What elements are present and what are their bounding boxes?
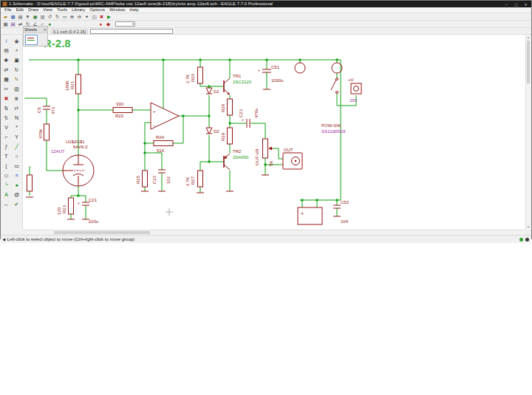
smash-icon[interactable]: * [13,123,21,132]
dimension-icon[interactable]: ↔ [2,199,11,209]
menu-item[interactable]: Window [107,7,127,13]
menu-item[interactable]: Options [87,7,107,13]
mark-icon[interactable]: + [13,46,21,55]
add-icon[interactable]: ⊕ [13,94,21,103]
minimize-button[interactable]: – [502,1,511,7]
close-button[interactable]: ✕ [522,1,530,7]
undo-icon[interactable]: ↺ [47,14,53,20]
mirror-icon[interactable]: ⇄ [2,65,11,75]
r27-val-label: 2.7K [185,177,190,186]
command-input[interactable] [90,29,173,34]
go-icon[interactable]: ▶ [106,14,112,20]
switch-lever [331,80,336,90]
zoom-redraw-icon[interactable]: ✦ [83,14,90,20]
pinswap-icon[interactable]: ⇅ [2,103,11,113]
c9-val-label: 473 [51,106,55,114]
net-icon[interactable]: └ [2,180,11,190]
text-icon[interactable]: T [2,151,11,161]
horizontal-scrollbar[interactable] [23,230,526,235]
rotate-icon[interactable]: ↻ [13,65,21,75]
miter-icon[interactable]: ⌐ [2,132,11,142]
c51-ref-label: C51 [271,65,280,69]
tube-cathode [73,174,83,176]
gateswap-icon[interactable]: ⇅ [2,113,11,123]
close-icon[interactable]: ✕ [44,27,47,32]
copy-icon[interactable]: ▣ [13,55,21,65]
redo-icon[interactable]: ↻ [54,14,61,20]
menu-item[interactable]: Help [127,7,140,13]
library-icon[interactable]: ▥ [39,14,46,20]
c22-val-label: 102 [166,176,171,184]
show-icon[interactable]: ◉ [13,36,21,46]
out-ref-label: OUT [284,148,293,152]
menu-item[interactable]: Edit [14,7,26,13]
sheet-thumbnail[interactable] [25,35,38,45]
horizontal-scroll-thumb[interactable] [54,231,150,234]
status-info-icon[interactable] [525,238,529,241]
command-bar: 0.1 inch (0.4 2.15) [1,28,531,35]
scroll-up-icon[interactable]: ▲ [526,35,531,39]
invoke-icon[interactable]: ƒ [2,142,11,151]
arc-icon[interactable]: ( [2,161,11,171]
display-icon[interactable]: ▤ [2,46,11,55]
paste-icon[interactable]: ▥ [13,84,21,94]
layer-settings-icon[interactable]: ▤ [10,21,16,27]
d1-ref-label: D1 [214,89,219,94]
value-icon[interactable]: V [2,123,11,132]
export-image-icon[interactable]: ▼ [24,14,31,20]
zoom-in-icon[interactable]: ⊕ [69,14,75,20]
print-icon[interactable]: ▤ [17,14,24,20]
polygon-icon[interactable]: ◇ [2,171,11,180]
board-editor-icon[interactable]: ▣ [32,14,38,20]
supply-ref-label: +V [348,78,354,82]
menu-item[interactable]: Draw [26,7,41,13]
open-icon[interactable]: ▰ [2,14,9,20]
zoom-out-icon[interactable]: ⊖ [76,14,83,20]
menu-item[interactable]: Library [69,7,87,13]
erc-icon[interactable]: ✔ [13,199,21,209]
zoom-select-icon[interactable]: ◫ [91,14,98,20]
resistor-r25 [143,171,148,187]
grid-icon[interactable]: ▦ [2,21,9,27]
menu-item[interactable]: Tools [55,7,69,13]
desktop: 1 Schematic - D:\tool\EAGLE-7.7.0\good-p… [0,0,532,395]
c23-plus-mark: + [242,117,244,122]
circle-icon[interactable]: ○ [13,151,21,161]
bus-icon[interactable]: ≡ [13,171,21,180]
delete-icon[interactable]: ✖ [2,94,11,103]
vertical-scrollbar[interactable]: ▲ ▼ [525,35,531,230]
scroll-down-icon[interactable]: ▼ [526,225,531,229]
resistor-r28 [228,99,233,115]
d2-ref-label: D2 [214,129,219,134]
supply-pin-circle [354,86,359,92]
menu-item[interactable]: File [2,7,14,13]
potentiometer-outvr [263,139,268,158]
stop-icon[interactable]: ✖ [98,14,105,20]
rect-icon[interactable]: ▭ [13,161,21,171]
erc-errors-icon[interactable]: ● [98,21,104,27]
drc-icon[interactable]: ◆ [105,21,112,27]
sheets-panel-header[interactable]: Sheets ✕ [24,27,47,33]
wire-icon[interactable]: ╱ [13,142,21,151]
vertical-scroll-thumb[interactable] [527,41,530,83]
transistor-tr2-legs [224,154,230,170]
param-dropdown[interactable]: ▾ [115,21,135,27]
save-icon[interactable]: ▦ [10,14,16,20]
change-icon[interactable]: ✎ [13,75,21,84]
replace-icon[interactable]: ⇄ [13,103,21,113]
cut-icon[interactable]: ✂ [2,84,11,94]
split-icon[interactable]: Y [13,132,21,142]
label-icon[interactable]: A [2,190,11,199]
transistor-tr1-legs [224,78,230,95]
menu-item[interactable]: View [41,7,55,13]
name-icon[interactable]: N [13,113,21,123]
attribute-icon[interactable]: @ [13,190,21,199]
title-bar[interactable]: 1 Schematic - D:\tool\EAGLE-7.7.0\good-p… [1,1,531,7]
group-icon[interactable]: ▦ [2,75,11,84]
zoom-fit-icon[interactable]: ▭ [61,14,68,20]
junction-icon[interactable]: ● [13,180,21,190]
move-icon[interactable]: ✚ [2,55,11,65]
schematic-canvas[interactable]: R-2.8 [23,35,525,230]
info-icon[interactable]: i [2,36,11,46]
maximize-button[interactable]: ▢ [512,1,520,7]
